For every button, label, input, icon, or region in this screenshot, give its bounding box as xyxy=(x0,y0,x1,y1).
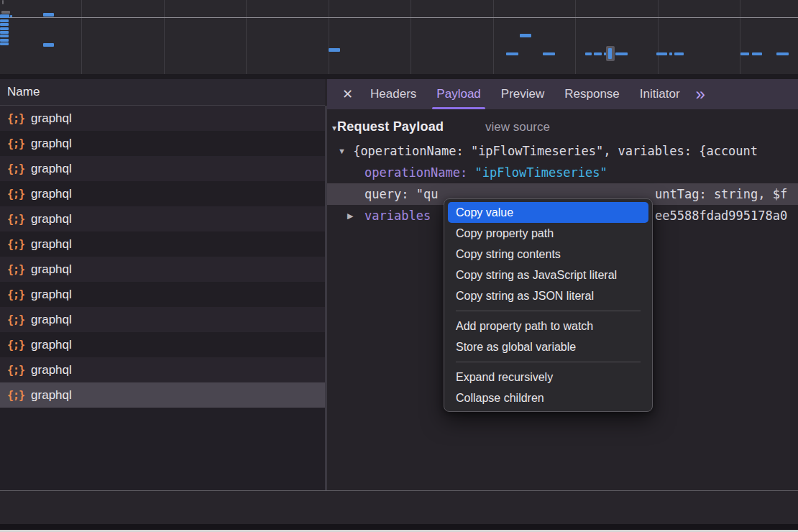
tab-initiator[interactable]: Initiator xyxy=(630,79,690,109)
request-row[interactable]: {;}graphql xyxy=(0,307,325,332)
tab-headers[interactable]: Headers xyxy=(360,79,426,109)
property-value-right-fragment: untTag: string, $f xyxy=(655,183,787,205)
collapsed-arrow-icon[interactable]: ▶ xyxy=(347,205,353,226)
request-name: graphql xyxy=(31,137,72,151)
request-row[interactable]: {;}graphql xyxy=(0,156,325,181)
overview-divider xyxy=(0,74,798,79)
json-icon: {;} xyxy=(7,389,24,402)
tab-payload[interactable]: Payload xyxy=(426,79,490,109)
request-bar xyxy=(10,15,12,17)
request-bar xyxy=(740,52,749,55)
view-source-link[interactable]: view source xyxy=(485,120,550,134)
request-row[interactable]: {;}graphql xyxy=(0,206,325,231)
section-title: Request Payload xyxy=(337,119,444,134)
request-row[interactable]: {;}graphql xyxy=(0,332,325,357)
overview-gridline xyxy=(493,0,494,74)
request-bar xyxy=(669,52,672,55)
request-row[interactable]: {;}graphql xyxy=(0,181,325,206)
close-icon[interactable]: ✕ xyxy=(342,86,353,102)
request-bar xyxy=(43,13,54,17)
request-bar xyxy=(520,34,531,37)
selected-request-marker-bar xyxy=(608,48,612,59)
request-bar xyxy=(674,52,684,55)
request-bar xyxy=(594,52,602,55)
more-tabs-icon[interactable]: » xyxy=(696,79,705,109)
column-header-name-label: Name xyxy=(7,85,40,98)
footer-area xyxy=(0,491,798,524)
property-key: query: xyxy=(364,187,408,201)
overview-gridline xyxy=(411,0,411,74)
tree-row-root-preview[interactable]: ▼ {operationName: "ipFlowTimeseries", va… xyxy=(327,140,798,162)
property-key: variables xyxy=(364,208,431,223)
menu-item-add-property-path-to-watch[interactable]: Add property path to watch xyxy=(448,316,648,336)
request-bar xyxy=(506,52,518,55)
bottom-edge-strip xyxy=(0,524,798,530)
request-name: graphql xyxy=(31,111,72,126)
context-menu: Copy valueCopy property pathCopy string … xyxy=(444,198,653,412)
tab-response[interactable]: Response xyxy=(554,79,630,109)
overview-lane-divider xyxy=(0,17,798,18)
menu-item-expand-recursively[interactable]: Expand recursively xyxy=(448,367,648,387)
overview-gridline xyxy=(740,0,740,74)
overview-gridline xyxy=(246,0,247,74)
request-bar-muted xyxy=(1,11,10,14)
detail-tabs-bar: ✕ HeadersPayloadPreviewResponseInitiator… xyxy=(327,79,798,109)
json-icon: {;} xyxy=(7,112,24,125)
request-bar xyxy=(329,48,340,52)
request-name: graphql xyxy=(31,388,72,403)
tab-preview[interactable]: Preview xyxy=(491,79,554,109)
expanded-arrow-icon[interactable]: ▼ xyxy=(338,140,346,162)
json-icon: {;} xyxy=(7,288,24,301)
request-row[interactable]: {;}graphql xyxy=(0,382,325,408)
request-bar xyxy=(615,52,628,55)
overview-gridline xyxy=(164,0,165,74)
request-row[interactable]: {;}graphql xyxy=(0,106,325,131)
request-name: graphql xyxy=(31,162,72,176)
column-header-name[interactable]: Name xyxy=(0,79,325,106)
request-bar xyxy=(0,19,9,22)
request-bar xyxy=(0,31,9,34)
request-name: graphql xyxy=(31,288,72,302)
menu-item-copy-string-as-json-literal[interactable]: Copy string as JSON literal xyxy=(448,285,648,306)
request-name: graphql xyxy=(31,237,72,252)
json-icon: {;} xyxy=(7,339,24,352)
request-row[interactable]: {;}graphql xyxy=(0,257,325,282)
menu-separator xyxy=(456,311,641,311)
request-bar xyxy=(656,52,667,55)
property-value-right-fragment: ee5588fdad995178a0 xyxy=(655,205,787,226)
collapse-triangle-icon[interactable]: ▾ xyxy=(332,123,336,133)
request-row[interactable]: {;}graphql xyxy=(0,131,325,156)
request-row[interactable]: {;}graphql xyxy=(0,357,325,382)
property-key: operationName: xyxy=(364,165,467,180)
request-bar xyxy=(0,27,9,30)
tree-row-operation-name[interactable]: operationName: "ipFlowTimeseries" xyxy=(327,162,798,183)
request-bar xyxy=(585,52,592,55)
request-name: graphql xyxy=(31,363,72,377)
json-icon: {;} xyxy=(7,238,24,251)
overview-gridline xyxy=(81,0,82,74)
request-bar xyxy=(0,35,9,37)
property-value: "ipFlowTimeseries" xyxy=(475,165,607,180)
menu-item-copy-property-path[interactable]: Copy property path xyxy=(448,223,648,244)
panel-split-resizer[interactable] xyxy=(325,106,327,532)
menu-separator xyxy=(456,362,641,362)
json-icon: {;} xyxy=(7,263,24,276)
request-row[interactable]: {;}graphql xyxy=(0,282,325,307)
json-icon: {;} xyxy=(7,313,24,326)
json-icon: {;} xyxy=(7,188,24,201)
network-overview-waterfall[interactable] xyxy=(0,0,798,74)
request-row[interactable]: {;}graphql xyxy=(0,231,325,257)
root-preview-text: {operationName: "ipFlowTimeseries", vari… xyxy=(353,144,758,158)
property-value-left-fragment: "qu xyxy=(416,187,439,201)
menu-item-copy-string-contents[interactable]: Copy string contents xyxy=(448,244,648,265)
menu-item-collapse-children[interactable]: Collapse children xyxy=(448,387,648,408)
menu-item-copy-value[interactable]: Copy value xyxy=(448,202,648,223)
request-name: graphql xyxy=(31,313,72,327)
request-list: {;}graphql{;}graphql{;}graphql{;}graphql… xyxy=(0,106,325,490)
request-name: graphql xyxy=(31,338,72,352)
menu-item-copy-string-as-javascript-literal[interactable]: Copy string as JavaScript literal xyxy=(448,265,648,285)
json-icon: {;} xyxy=(7,162,24,175)
menu-item-store-as-global-variable[interactable]: Store as global variable xyxy=(448,336,648,357)
tab-strip: HeadersPayloadPreviewResponseInitiator xyxy=(360,79,689,109)
request-name: graphql xyxy=(31,212,72,226)
